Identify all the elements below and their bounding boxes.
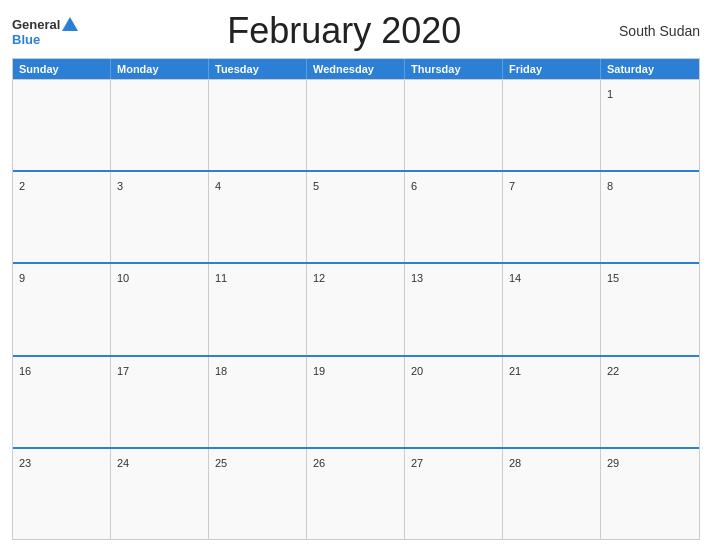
week-row-4: 16171819202122 <box>13 355 699 447</box>
week-row-5: 23242526272829 <box>13 447 699 539</box>
day-number: 4 <box>215 180 221 192</box>
header-thursday: Thursday <box>405 59 503 79</box>
day-cell-4-4: 27 <box>405 449 503 539</box>
header-sunday: Sunday <box>13 59 111 79</box>
day-number: 3 <box>117 180 123 192</box>
day-number: 20 <box>411 365 423 377</box>
day-cell-3-5: 21 <box>503 357 601 447</box>
day-number: 29 <box>607 457 619 469</box>
day-number: 27 <box>411 457 423 469</box>
day-cell-2-2: 11 <box>209 264 307 354</box>
day-cell-0-3 <box>307 80 405 170</box>
day-number: 12 <box>313 272 325 284</box>
day-number: 16 <box>19 365 31 377</box>
day-cell-4-5: 28 <box>503 449 601 539</box>
day-cell-4-2: 25 <box>209 449 307 539</box>
day-cell-2-1: 10 <box>111 264 209 354</box>
day-number: 18 <box>215 365 227 377</box>
day-cell-0-0 <box>13 80 111 170</box>
day-cell-3-3: 19 <box>307 357 405 447</box>
calendar-header: General Blue February 2020 South Sudan <box>12 10 700 52</box>
day-number: 22 <box>607 365 619 377</box>
day-number: 19 <box>313 365 325 377</box>
day-cell-2-6: 15 <box>601 264 699 354</box>
day-cell-3-1: 17 <box>111 357 209 447</box>
day-cell-3-0: 16 <box>13 357 111 447</box>
day-number: 17 <box>117 365 129 377</box>
week-row-2: 2345678 <box>13 170 699 262</box>
day-number: 11 <box>215 272 227 284</box>
header-wednesday: Wednesday <box>307 59 405 79</box>
day-number: 24 <box>117 457 129 469</box>
day-cell-0-5 <box>503 80 601 170</box>
calendar-page: General Blue February 2020 South Sudan S… <box>0 0 712 550</box>
day-number: 15 <box>607 272 619 284</box>
logo-triangle-icon <box>62 17 78 31</box>
day-cell-1-6: 8 <box>601 172 699 262</box>
day-cell-1-2: 4 <box>209 172 307 262</box>
day-number: 28 <box>509 457 521 469</box>
logo-blue-text: Blue <box>12 33 40 46</box>
day-cell-0-2 <box>209 80 307 170</box>
day-number: 25 <box>215 457 227 469</box>
logo-general-text: General <box>12 18 60 31</box>
header-saturday: Saturday <box>601 59 699 79</box>
day-number: 5 <box>313 180 319 192</box>
day-cell-4-0: 23 <box>13 449 111 539</box>
day-number: 7 <box>509 180 515 192</box>
day-cell-3-4: 20 <box>405 357 503 447</box>
day-cell-1-5: 7 <box>503 172 601 262</box>
header-tuesday: Tuesday <box>209 59 307 79</box>
day-number: 23 <box>19 457 31 469</box>
day-cell-0-1 <box>111 80 209 170</box>
day-cell-0-4 <box>405 80 503 170</box>
day-cell-2-4: 13 <box>405 264 503 354</box>
day-number: 13 <box>411 272 423 284</box>
day-cell-4-1: 24 <box>111 449 209 539</box>
header-friday: Friday <box>503 59 601 79</box>
week-row-3: 9101112131415 <box>13 262 699 354</box>
day-cell-2-0: 9 <box>13 264 111 354</box>
day-cell-3-6: 22 <box>601 357 699 447</box>
header-monday: Monday <box>111 59 209 79</box>
weeks-container: 1234567891011121314151617181920212223242… <box>13 79 699 539</box>
logo: General Blue <box>12 17 78 46</box>
day-number: 10 <box>117 272 129 284</box>
day-headers-row: Sunday Monday Tuesday Wednesday Thursday… <box>13 59 699 79</box>
day-number: 8 <box>607 180 613 192</box>
day-cell-3-2: 18 <box>209 357 307 447</box>
day-cell-2-3: 12 <box>307 264 405 354</box>
day-cell-1-3: 5 <box>307 172 405 262</box>
day-cell-1-4: 6 <box>405 172 503 262</box>
day-cell-1-0: 2 <box>13 172 111 262</box>
day-number: 9 <box>19 272 25 284</box>
day-number: 1 <box>607 88 613 100</box>
day-cell-1-1: 3 <box>111 172 209 262</box>
day-number: 14 <box>509 272 521 284</box>
day-number: 26 <box>313 457 325 469</box>
day-cell-2-5: 14 <box>503 264 601 354</box>
week-row-1: 1 <box>13 79 699 170</box>
day-cell-4-6: 29 <box>601 449 699 539</box>
calendar-title: February 2020 <box>78 10 610 52</box>
day-number: 21 <box>509 365 521 377</box>
country-label: South Sudan <box>610 23 700 39</box>
day-number: 2 <box>19 180 25 192</box>
day-cell-0-6: 1 <box>601 80 699 170</box>
day-cell-4-3: 26 <box>307 449 405 539</box>
calendar-grid: Sunday Monday Tuesday Wednesday Thursday… <box>12 58 700 540</box>
day-number: 6 <box>411 180 417 192</box>
